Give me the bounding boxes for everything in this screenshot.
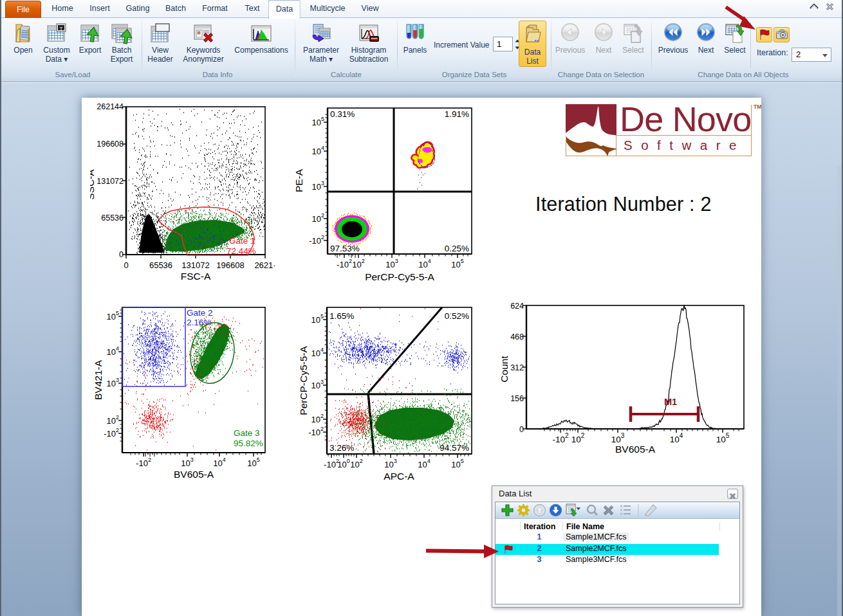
svg-text:Count: Count [499,356,510,383]
svg-text:102: 102 [311,413,324,424]
svg-text:65536: 65536 [101,213,124,222]
svg-text:-102: -102 [337,258,352,269]
svg-text:FSC-A: FSC-A [181,271,211,282]
svg-text:104: 104 [311,347,324,358]
svg-text:TM: TM [754,104,761,110]
svg-text:Gate 2: Gate 2 [187,308,213,318]
svg-text:Gate 3: Gate 3 [234,428,260,438]
svg-text:BV421-A: BV421-A [93,359,104,400]
svg-text:2.16%: 2.16% [187,318,211,327]
svg-text:102: 102 [571,432,585,444]
svg-text:72.44%: 72.44% [227,246,256,256]
svg-text:103: 103 [384,458,396,469]
svg-text:BV605-A: BV605-A [615,444,656,455]
svg-text:103: 103 [312,180,324,192]
svg-text:196608: 196608 [216,260,244,270]
svg-text:Software: Software [624,138,745,152]
svg-text:3.26%: 3.26% [329,443,354,453]
svg-text:-102: -102 [136,457,151,468]
svg-text:104: 104 [312,145,324,156]
svg-text:103: 103 [107,377,119,388]
svg-text:T: T [60,26,63,32]
svg-text:0: 0 [124,260,128,270]
svg-text:-102: -102 [552,432,569,444]
svg-text:-102: -102 [308,426,324,437]
svg-text:104: 104 [418,458,430,469]
svg-text:0: 0 [519,425,524,434]
svg-text:Gate 1: Gate 1 [229,236,255,246]
svg-text:BV605-A: BV605-A [174,469,214,480]
svg-text:103: 103 [181,457,193,468]
svg-text:-102: -102 [104,427,119,439]
svg-text:De Novo: De Novo [620,100,752,138]
svg-text:105: 105 [247,457,259,468]
svg-text:104: 104 [213,457,225,468]
svg-text:262144: 262144 [97,102,124,111]
svg-text:1.91%: 1.91% [445,109,469,119]
svg-text:0: 0 [119,250,124,259]
svg-text:105: 105 [311,313,324,325]
svg-text:131072: 131072 [97,177,124,186]
svg-text:SSC-A: SSC-A [90,169,96,200]
svg-text:65536: 65536 [149,260,172,270]
svg-text:100: 100 [337,458,349,469]
svg-text:104: 104 [107,345,119,357]
svg-text:131072: 131072 [181,260,209,270]
svg-text:PE-A: PE-A [293,168,304,192]
svg-text:105: 105 [312,116,324,127]
svg-text:1.65%: 1.65% [329,311,354,321]
svg-text:196608: 196608 [97,140,124,149]
svg-text:624: 624 [510,302,524,311]
svg-text:103: 103 [311,379,324,390]
svg-text:103: 103 [385,258,398,269]
svg-text:104: 104 [670,432,683,444]
svg-text:97.53%: 97.53% [330,244,360,253]
svg-text:M1: M1 [664,397,677,407]
svg-text:105: 105 [716,432,730,444]
svg-text:APC-A: APC-A [384,471,414,482]
svg-text:PerCP-Cy5-5-A: PerCP-Cy5-5-A [298,346,309,415]
svg-text:103: 103 [611,432,625,444]
svg-text:102: 102 [312,212,324,224]
svg-text:156: 156 [510,394,524,403]
svg-text:0.31%: 0.31% [330,109,355,119]
svg-text:-102: -102 [309,234,324,246]
svg-text:102: 102 [352,258,364,269]
svg-text:0.52%: 0.52% [445,311,469,321]
svg-text:102: 102 [350,458,362,469]
svg-text:2621·: 2621· [254,260,275,270]
svg-text:105: 105 [107,310,119,322]
svg-text:PerCP-Cy5-5-A: PerCP-Cy5-5-A [365,271,434,282]
svg-text:95.82%: 95.82% [234,439,263,448]
svg-text:0.25%: 0.25% [445,244,469,253]
svg-text:94.57%: 94.57% [440,443,469,453]
svg-text:102: 102 [107,414,119,426]
svg-text:468: 468 [510,332,524,341]
svg-text:104: 104 [418,258,431,269]
svg-text:105: 105 [451,258,463,269]
svg-text:312: 312 [510,363,524,372]
svg-text:105: 105 [451,458,463,469]
